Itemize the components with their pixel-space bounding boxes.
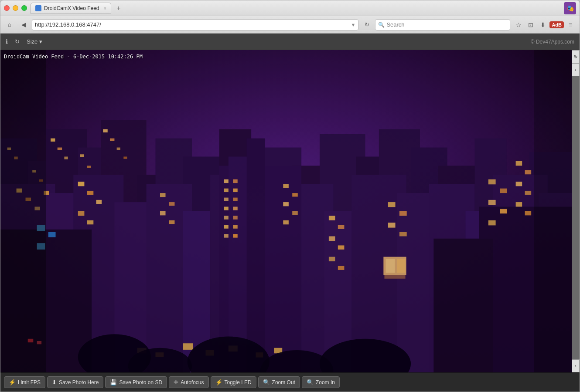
- buildings-svg: [0, 50, 580, 372]
- nav-bar: ⌂ ◀ ▼ ↻ 🔍 ☆ ⊡ ⬇ AdB ≡: [0, 16, 580, 34]
- video-area: DroidCam Video Feed - 6-Dec-2015 10:42:2…: [0, 50, 580, 372]
- traffic-lights: [4, 5, 27, 11]
- title-bar: DroidCamX Video Feed × + 🎭: [0, 0, 580, 16]
- search-icon: 🔍: [378, 22, 385, 28]
- zoom-out-label: Zoom Out: [272, 379, 295, 385]
- reload-button[interactable]: ↻: [15, 38, 20, 45]
- action-bar: ⚡ Limit FPS ⬇ Save Photo Here 💾 Save Pho…: [0, 372, 580, 392]
- video-timestamp: DroidCam Video Feed - 6-Dec-2015 10:42:2…: [4, 54, 143, 60]
- page-toolbar: ℹ ↻ Size ▾ © Dev47Apps.com: [0, 34, 580, 50]
- close-button[interactable]: [4, 5, 10, 11]
- autofocus-label: Autofocus: [181, 379, 204, 385]
- nav-actions: ☆ ⊡ ⬇ AdB ≡: [513, 19, 576, 30]
- reload-icon: ↻: [15, 38, 20, 45]
- tab-close-button[interactable]: ×: [104, 6, 106, 11]
- toggle-led-button[interactable]: ⚡ Toggle LED: [211, 376, 256, 388]
- limit-fps-label: Limit FPS: [18, 379, 41, 385]
- browser-content: ℹ ↻ Size ▾ © Dev47Apps.com: [0, 34, 580, 392]
- save-photo-here-button[interactable]: ⬇ Save Photo Here: [47, 376, 103, 388]
- scroll-left-button[interactable]: ‹: [572, 63, 580, 76]
- page-copyright: © Dev47Apps.com: [531, 39, 574, 45]
- limit-fps-icon: ⚡: [9, 379, 16, 385]
- url-bar[interactable]: ▼: [32, 19, 358, 30]
- tab-bar: DroidCamX Video Feed × +: [31, 3, 564, 14]
- size-dropdown-icon: ▾: [39, 38, 42, 45]
- zoom-in-label: Zoom In: [316, 379, 335, 385]
- save-photo-here-icon: ⬇: [52, 379, 57, 385]
- zoom-in-icon: 🔍: [307, 379, 314, 385]
- search-bar[interactable]: 🔍: [375, 19, 510, 30]
- autofocus-button[interactable]: ✛ Autofocus: [169, 376, 208, 388]
- menu-icon[interactable]: ≡: [565, 19, 576, 30]
- bookmark-icon[interactable]: ☆: [513, 19, 524, 30]
- size-button[interactable]: Size ▾: [27, 38, 42, 45]
- save-photo-sd-icon: 💾: [110, 379, 117, 385]
- scroll-right-button[interactable]: ›: [572, 359, 580, 372]
- info-icon: ℹ: [6, 38, 8, 45]
- adblock-button[interactable]: AdB: [549, 21, 564, 28]
- back-button[interactable]: ◀: [18, 19, 29, 30]
- minimize-button[interactable]: [13, 5, 18, 11]
- url-input[interactable]: [35, 21, 349, 28]
- video-feed: DroidCam Video Feed - 6-Dec-2015 10:42:2…: [0, 50, 580, 372]
- autofocus-icon: ✛: [174, 379, 178, 385]
- refresh-button[interactable]: ↻: [361, 19, 372, 30]
- share-icon[interactable]: ⊡: [525, 19, 536, 30]
- svg-rect-131: [0, 50, 46, 372]
- scroll-track: [572, 76, 580, 359]
- home-button[interactable]: ⌂: [4, 19, 15, 30]
- active-tab[interactable]: DroidCamX Video Feed ×: [31, 3, 111, 14]
- info-button[interactable]: ℹ: [6, 38, 8, 45]
- scroll-refresh-button[interactable]: ↻: [572, 50, 580, 63]
- maximize-button[interactable]: [21, 5, 27, 11]
- extension-icon: 🎭: [566, 5, 574, 12]
- save-photo-sd-label: Save Photo on SD: [119, 379, 162, 385]
- limit-fps-button[interactable]: ⚡ Limit FPS: [4, 376, 45, 388]
- save-photo-here-label: Save Photo Here: [59, 379, 99, 385]
- tab-favicon: [35, 5, 41, 11]
- new-tab-button[interactable]: +: [113, 3, 124, 14]
- zoom-out-icon: 🔍: [263, 379, 270, 385]
- toggle-led-label: Toggle LED: [225, 379, 252, 385]
- toggle-led-icon: ⚡: [215, 379, 222, 385]
- video-scrollbar: ↻ ‹ ›: [572, 50, 580, 372]
- browser-window: DroidCamX Video Feed × + 🎭 ⌂ ◀ ▼ ↻ 🔍 ☆ ⊡…: [0, 0, 580, 392]
- search-input[interactable]: [386, 21, 507, 28]
- download-icon[interactable]: ⬇: [537, 19, 549, 30]
- size-label: Size: [27, 38, 38, 45]
- extension-button[interactable]: 🎭: [564, 2, 576, 14]
- zoom-out-button[interactable]: 🔍 Zoom Out: [258, 376, 300, 388]
- tab-title: DroidCamX Video Feed: [44, 5, 99, 11]
- save-photo-sd-button[interactable]: 💾 Save Photo on SD: [105, 376, 167, 388]
- zoom-in-button[interactable]: 🔍 Zoom In: [302, 376, 340, 388]
- svg-rect-125: [0, 50, 580, 372]
- url-dropdown-icon[interactable]: ▼: [351, 22, 356, 27]
